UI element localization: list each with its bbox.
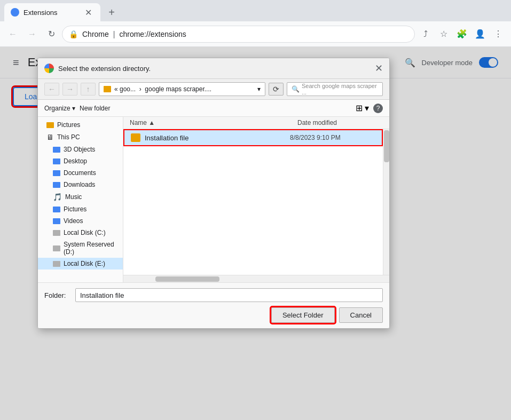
folder-input[interactable] bbox=[75, 288, 383, 302]
dialog-forward-button[interactable]: → bbox=[62, 83, 77, 96]
sidebar-label: Downloads bbox=[64, 181, 95, 188]
dialog-sidebar: Pictures 🖥 This PC 3D Objects Desktop bbox=[38, 117, 123, 282]
drive-icon bbox=[53, 230, 60, 236]
sidebar-item-videos[interactable]: Videos bbox=[38, 215, 123, 227]
file-row-installation[interactable]: Installation file 8/8/2023 9:10 PM bbox=[123, 129, 383, 146]
tab-close-button[interactable]: ✕ bbox=[83, 6, 94, 19]
profile-button[interactable]: 👤 bbox=[471, 26, 489, 43]
sidebar-item-thispc[interactable]: 🖥 This PC bbox=[38, 131, 123, 144]
view-icon: ⊞ bbox=[356, 103, 363, 113]
new-folder-button[interactable]: New folder bbox=[80, 105, 110, 112]
sidebar-label: Music bbox=[65, 193, 82, 201]
chrome-icon bbox=[44, 64, 54, 73]
pc-icon: 🖥 bbox=[46, 133, 54, 141]
folder-icon bbox=[53, 170, 60, 176]
vertical-scrollbar[interactable] bbox=[383, 129, 389, 275]
breadcrumb-bar[interactable]: « goo... › google maps scraper.... ▾ bbox=[99, 82, 265, 96]
sidebar-item-localc[interactable]: Local Disk (C:) bbox=[38, 227, 123, 239]
sidebar-item-3dobjects[interactable]: 3D Objects bbox=[38, 144, 123, 155]
dialog-footer: Folder: Select Folder Cancel bbox=[38, 282, 389, 328]
dialog-title-text: Select the extension directory. bbox=[44, 64, 151, 73]
tab-bar: Extensions ✕ + bbox=[0, 0, 511, 21]
extensions-button[interactable]: 🧩 bbox=[453, 26, 470, 43]
sidebar-item-pictures2[interactable]: Pictures bbox=[38, 203, 123, 215]
folder-icon bbox=[46, 122, 54, 128]
active-tab[interactable]: Extensions ✕ bbox=[4, 3, 100, 21]
dialog-up-button[interactable]: ↑ bbox=[81, 83, 96, 96]
file-list: Installation file 8/8/2023 9:10 PM bbox=[123, 129, 383, 275]
drive-icon bbox=[53, 261, 60, 267]
sidebar-label: Desktop bbox=[64, 157, 87, 165]
view-dropdown-icon: ▾ bbox=[365, 103, 369, 113]
extensions-page: ≡ Extensions 🔍 Developer mode Load unpac… bbox=[0, 47, 511, 420]
file-name: Installation file bbox=[145, 134, 290, 142]
nav-actions: ⤴ ☆ 🧩 👤 ⋮ bbox=[417, 26, 507, 43]
back-button[interactable]: ← bbox=[4, 26, 21, 43]
search-bar[interactable]: 🔍 Search google maps scraper ... bbox=[287, 82, 383, 96]
horizontal-scrollbar[interactable] bbox=[123, 275, 389, 282]
file-dialog: Select the extension directory. ✕ ← → ↑ … bbox=[37, 58, 390, 329]
forward-button[interactable]: → bbox=[23, 26, 41, 43]
breadcrumb-folder-icon bbox=[104, 86, 111, 92]
dialog-close-button[interactable]: ✕ bbox=[375, 62, 383, 74]
sidebar-label: Local Disk (E:) bbox=[64, 260, 105, 267]
address-url: chrome://extensions bbox=[119, 30, 186, 38]
new-tab-button[interactable]: + bbox=[103, 3, 121, 21]
tab-favicon bbox=[11, 8, 19, 17]
cancel-button[interactable]: Cancel bbox=[339, 307, 383, 323]
folder-icon bbox=[53, 218, 60, 224]
breadcrumb-text: « goo... › google maps scraper.... bbox=[114, 85, 211, 93]
dialog-refresh-button[interactable]: ⟳ bbox=[269, 83, 284, 96]
folder-icon bbox=[53, 207, 60, 212]
sidebar-label: Documents bbox=[64, 169, 96, 177]
navigation-bar: ← → ↻ 🔒 Chrome | chrome://extensions ⤴ ☆… bbox=[0, 21, 511, 47]
search-placeholder: Search google maps scraper ... bbox=[302, 83, 378, 96]
footer-buttons: Select Folder Cancel bbox=[44, 307, 383, 323]
dialog-titlebar: Select the extension directory. ✕ bbox=[38, 58, 389, 79]
sidebar-item-downloads[interactable]: Downloads bbox=[38, 179, 123, 191]
drive-icon bbox=[53, 245, 60, 251]
scrollbar-thumb[interactable] bbox=[384, 130, 389, 162]
menu-button[interactable]: ⋮ bbox=[490, 26, 507, 43]
sort-arrow: ▲ bbox=[148, 119, 155, 126]
folder-icon bbox=[53, 182, 60, 188]
music-icon: 🎵 bbox=[53, 193, 62, 201]
sidebar-item-systemd[interactable]: System Reserved (D:) bbox=[38, 239, 123, 258]
sidebar-item-music[interactable]: 🎵 Music bbox=[38, 191, 123, 203]
select-folder-button[interactable]: Select Folder bbox=[271, 307, 335, 323]
sidebar-label: Local Disk (C:) bbox=[64, 229, 106, 236]
tab-title: Extensions bbox=[23, 9, 58, 17]
dialog-back-button[interactable]: ← bbox=[44, 83, 59, 96]
address-bar[interactable]: 🔒 Chrome | chrome://extensions bbox=[62, 26, 415, 43]
sidebar-item-locale[interactable]: Local Disk (E:) bbox=[38, 258, 123, 270]
sidebar-item-desktop[interactable]: Desktop bbox=[38, 155, 123, 167]
share-button[interactable]: ⤴ bbox=[417, 26, 434, 43]
breadcrumb-dropdown-icon[interactable]: ▾ bbox=[257, 85, 261, 93]
search-icon: 🔍 bbox=[292, 85, 300, 93]
sidebar-label: Pictures bbox=[64, 205, 87, 213]
sidebar-item-pictures[interactable]: Pictures bbox=[38, 119, 123, 131]
address-separator: | bbox=[113, 30, 115, 38]
help-icon[interactable]: ? bbox=[373, 104, 383, 113]
sidebar-label: System Reserved (D:) bbox=[64, 241, 119, 256]
file-list-header: Name ▲ Date modified bbox=[123, 117, 389, 129]
dialog-overlay: Select the extension directory. ✕ ← → ↑ … bbox=[0, 47, 511, 420]
refresh-button[interactable]: ↻ bbox=[43, 26, 60, 43]
dialog-toolbar: Organize ▾ New folder ⊞ ▾ ? bbox=[38, 100, 389, 117]
view-button[interactable]: ⊞ ▾ ? bbox=[356, 103, 383, 113]
folder-input-row: Folder: bbox=[44, 288, 383, 302]
sidebar-label: Videos bbox=[64, 217, 83, 225]
column-date[interactable]: Date modified bbox=[297, 119, 383, 126]
column-name[interactable]: Name ▲ bbox=[130, 119, 297, 126]
sidebar-item-documents[interactable]: Documents bbox=[38, 167, 123, 179]
sidebar-label: Pictures bbox=[57, 121, 80, 129]
organize-button[interactable]: Organize ▾ bbox=[44, 105, 75, 112]
sidebar-label: This PC bbox=[57, 133, 80, 141]
hscroll-thumb[interactable] bbox=[155, 276, 219, 282]
bookmark-button[interactable]: ☆ bbox=[435, 26, 452, 43]
folder-label: Folder: bbox=[44, 291, 71, 299]
dialog-main-area: Name ▲ Date modified Installation file 8… bbox=[123, 117, 389, 282]
folder-icon bbox=[53, 147, 60, 153]
folder-icon bbox=[131, 133, 140, 142]
folder-icon bbox=[53, 159, 60, 164]
